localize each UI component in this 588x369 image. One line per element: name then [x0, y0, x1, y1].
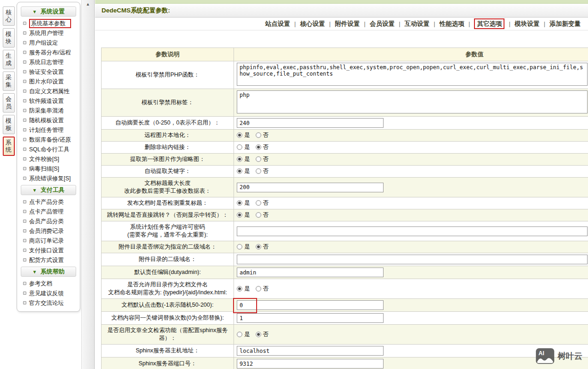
module-tab-采集[interactable]: 采集: [3, 71, 15, 91]
param-input[interactable]: [237, 346, 384, 356]
nav-tab-核心设置[interactable]: 核心设置: [300, 20, 325, 27]
radio-no[interactable]: [256, 244, 261, 250]
sidebar-item[interactable]: 随机模板设置: [17, 116, 80, 125]
param-input[interactable]: [237, 183, 384, 192]
sidebar-item[interactable]: 参考文档: [17, 279, 80, 289]
param-value-cell: [234, 117, 588, 130]
radio-no[interactable]: [256, 200, 261, 206]
radio-yes[interactable]: [237, 286, 242, 292]
sidebar-item[interactable]: 图片水印设置: [17, 77, 80, 87]
radio-no[interactable]: [256, 132, 261, 138]
param-label: 删除非站内链接：: [102, 142, 234, 154]
sidebar-item[interactable]: 系统日志管理: [17, 58, 80, 67]
module-tab-会员[interactable]: 会员: [3, 93, 15, 113]
nav-tab-站点设置[interactable]: 站点设置: [265, 20, 290, 27]
module-tab-系统[interactable]: 系统: [3, 137, 15, 156]
sidebar-section-header[interactable]: ▼系统设置: [21, 6, 76, 17]
param-input[interactable]: [237, 255, 588, 264]
sidebar-item[interactable]: 商店订单记录: [17, 236, 80, 246]
radio-no[interactable]: [256, 168, 261, 174]
radio-no[interactable]: [256, 332, 261, 337]
nav-tab-会员设置[interactable]: 会员设置: [370, 20, 395, 27]
sidebar-item[interactable]: 数据库备份/还原: [17, 135, 80, 145]
param-value-cell: 是否: [234, 166, 588, 178]
sidebar-item[interactable]: 自定义文档属性: [17, 87, 80, 96]
sidebar-item[interactable]: 支付接口设置: [17, 246, 80, 256]
frame-divider[interactable]: ▲: [81, 0, 95, 369]
param-label-line: 默认责任编辑(dutyadmin):: [104, 268, 231, 276]
param-label-line: 模板引擎禁用标签：: [104, 99, 231, 107]
param-label: 文档内容同一关键词替换次数(0为全部替换):: [102, 312, 234, 325]
collapse-arrow-icon[interactable]: ▲: [82, 2, 94, 6]
param-label: 远程图片本地化：: [102, 130, 234, 142]
sidebar-item[interactable]: 系统用户管理: [17, 29, 80, 38]
sidebar-item[interactable]: 意见建议反馈: [17, 289, 80, 298]
radio-yes[interactable]: [237, 132, 242, 138]
sidebar-item[interactable]: 病毒扫描[S]: [17, 164, 80, 174]
chevron-down-icon: ▼: [32, 269, 37, 274]
radio-no[interactable]: [256, 286, 261, 292]
sidebar-item[interactable]: 配货方式设置: [17, 256, 80, 265]
param-input-wrap: [237, 255, 588, 264]
radio-yes[interactable]: [237, 212, 242, 218]
module-tab-生成[interactable]: 生成: [3, 50, 15, 69]
radio-no[interactable]: [256, 156, 261, 162]
param-input[interactable]: [237, 268, 384, 277]
radio-yes[interactable]: [237, 144, 242, 150]
param-input[interactable]: [237, 313, 384, 323]
sidebar-item[interactable]: 文件校验[S]: [17, 155, 80, 164]
radio-no-label: 否: [263, 168, 269, 174]
radio-yes[interactable]: [237, 168, 242, 174]
svg-text:AI: AI: [539, 350, 544, 357]
module-tab-模板[interactable]: 模板: [3, 115, 15, 134]
param-input[interactable]: [237, 300, 384, 310]
radio-no[interactable]: [256, 212, 261, 218]
nav-tab-添加新变量[interactable]: 添加新变量: [550, 20, 581, 27]
sidebar-item[interactable]: 会员产品分类: [17, 217, 80, 226]
sidebar-item[interactable]: 防采集串混淆: [17, 106, 80, 116]
module-tab-模块[interactable]: 模块: [3, 28, 15, 48]
radio-yes[interactable]: [237, 332, 242, 337]
radio-yes[interactable]: [237, 244, 242, 250]
param-label-line: 删除非站内链接：: [104, 143, 231, 151]
radio-no[interactable]: [256, 144, 261, 150]
nav-separator: |: [509, 20, 510, 27]
param-textarea[interactable]: [237, 63, 588, 86]
nav-tab-其它选项[interactable]: 其它选项: [474, 18, 504, 29]
param-textarea[interactable]: [237, 90, 588, 113]
sidebar-section-title: 系统帮助: [41, 268, 65, 275]
param-input[interactable]: [237, 226, 588, 236]
param-label: 文档默认点击数(-1表示随机50-200):: [102, 299, 234, 312]
nav-tab-性能选项[interactable]: 性能选项: [439, 20, 464, 27]
nav-tab-模块设置[interactable]: 模块设置: [515, 20, 540, 27]
param-input[interactable]: [237, 359, 384, 369]
nav-tab-互动设置[interactable]: 互动设置: [404, 20, 429, 27]
sidebar-item[interactable]: 点卡产品分类: [17, 197, 80, 207]
sidebar-item[interactable]: 服务器分布/远程: [17, 48, 80, 58]
sidebar-item[interactable]: 用户组设定: [17, 38, 80, 48]
bullet-icon: [23, 167, 26, 170]
sidebar-item[interactable]: 点卡产品管理: [17, 207, 80, 217]
module-tab-核心[interactable]: 核心: [3, 6, 15, 26]
param-label-line: 提取第一张图片作为缩略图：: [104, 155, 231, 163]
radio-yes-label: 是: [244, 286, 250, 292]
sidebar-section-header[interactable]: ▼系统帮助: [21, 267, 76, 277]
sidebar-item[interactable]: 软件频道设置: [17, 96, 80, 106]
sidebar-item[interactable]: 系统基本参数: [17, 19, 80, 29]
sidebar-item[interactable]: 会员消费记录: [17, 226, 80, 236]
sidebar-section-header[interactable]: ▼支付工具: [21, 185, 76, 195]
sidebar-item[interactable]: 系统错误修复[S]: [17, 174, 80, 184]
ai-image-icon: AI: [535, 348, 555, 364]
param-input-wrap: [237, 118, 384, 128]
radio-yes[interactable]: [237, 156, 242, 162]
settings-tab-bar: 站点设置|核心设置|附件设置|会员设置|互动设置|性能选项|其它选项|模块设置|…: [95, 18, 588, 30]
sidebar-item[interactable]: SQL命令行工具: [17, 145, 80, 155]
nav-tab-附件设置[interactable]: 附件设置: [335, 20, 360, 27]
sidebar-item[interactable]: 验证安全设置: [17, 67, 80, 77]
param-input[interactable]: [237, 118, 384, 128]
radio-no-label: 否: [263, 132, 269, 138]
radio-yes[interactable]: [237, 200, 242, 206]
sidebar-item[interactable]: 官方交流论坛: [17, 298, 80, 308]
sidebar-item[interactable]: 计划任务管理: [17, 125, 80, 135]
param-input-wrap: [237, 300, 384, 310]
